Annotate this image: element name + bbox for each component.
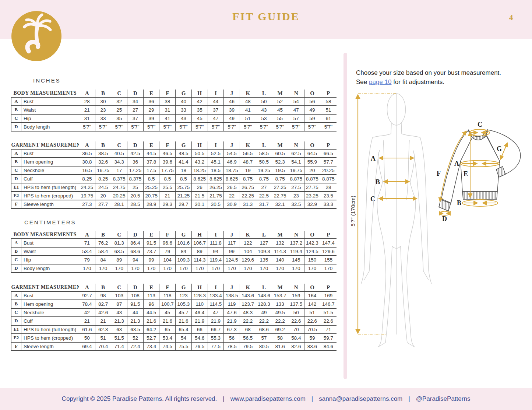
measurement-value: 16.75 <box>95 166 111 175</box>
measurement-value: 50.5 <box>256 158 272 166</box>
size-column-header: O <box>304 90 320 97</box>
measurement-value: 110 <box>191 300 208 308</box>
measurement-value: 42.6 <box>95 308 111 317</box>
measurement-value: 43.2 <box>191 158 208 166</box>
measurement-value: 22.2 <box>256 317 272 325</box>
size-column-header: L <box>256 284 272 291</box>
row-label: HPS to hem (cropped) <box>21 334 79 342</box>
measurement-value: 28.9 <box>143 200 159 208</box>
cm-body-measurements-table: BODY MEASUREMENTSABCDEFGHIJKLMNOPABust71… <box>11 231 337 273</box>
measurement-value: 26.25 <box>208 183 224 192</box>
measurement-value: 29.3 <box>159 200 176 208</box>
row-label: Hem opening <box>21 300 79 308</box>
measurement-value: 51 <box>320 106 337 114</box>
measurement-value: 63.5 <box>127 325 144 334</box>
measurement-value: 66.7 <box>208 325 224 334</box>
table-row: ABust36.538.540.542.544.546.548.550.552.… <box>11 149 337 158</box>
row-code: B <box>11 158 21 166</box>
size-column-header: N <box>288 284 304 291</box>
measurement-value: 170 <box>95 264 111 273</box>
measurement-value: 82.7 <box>95 300 111 308</box>
table-title: GARMENT MEASUREMENTS <box>11 141 79 149</box>
intro-line1: Choose your size based on your bust meas… <box>356 69 501 76</box>
measurement-value: 52.7 <box>143 334 159 342</box>
measurement-value: 19.75 <box>79 192 95 200</box>
measurement-value: 8.625 <box>224 175 240 183</box>
measurement-value: 22.2 <box>272 317 288 325</box>
measurement-value: 20 <box>95 192 111 200</box>
measurement-value: 25.75 <box>176 183 192 192</box>
measurement-value: 25 <box>111 106 127 114</box>
row-code: A <box>11 97 21 106</box>
measurement-value: 17.75 <box>159 166 176 175</box>
measurement-value: 22.25 <box>240 192 256 200</box>
measurement-value: 27 <box>256 183 272 192</box>
measurement-value: 21.9 <box>208 317 224 325</box>
measurement-value: 62.3 <box>95 325 111 334</box>
size-column-header: H <box>191 141 208 149</box>
measurement-value: 74.5 <box>159 342 176 351</box>
measurement-value: 16.5 <box>79 166 95 175</box>
measurement-value: 83.6 <box>304 342 320 351</box>
measurement-value: 72.4 <box>127 342 144 351</box>
measurement-value: 21 <box>95 317 111 325</box>
measurement-value: 78.5 <box>224 342 240 351</box>
measurement-value: 71 <box>79 239 95 247</box>
measurement-value: 54 <box>176 334 192 342</box>
measurement-value: 22.6 <box>304 317 320 325</box>
size-column-header: D <box>127 141 144 149</box>
measurement-value: 5'7" <box>240 123 256 131</box>
measurement-value: 128.3 <box>191 291 208 300</box>
measurement-value: 33 <box>95 114 111 123</box>
size-column-header: A <box>79 231 95 239</box>
measurement-value: 48.7 <box>240 158 256 166</box>
measurement-value: 18.25 <box>191 166 208 175</box>
row-label: Cuff <box>21 317 79 325</box>
measurement-value: 36 <box>127 158 144 166</box>
measurement-value: 8.875 <box>320 175 337 183</box>
size-column-header: P <box>320 284 337 291</box>
footer-item[interactable]: sanna@paradisepatterns.com <box>319 395 402 403</box>
measurement-value: 21.75 <box>208 192 224 200</box>
garment-hem-label: B <box>457 199 461 207</box>
measurement-value: 28.5 <box>127 200 144 208</box>
measurement-value: 25.5 <box>159 183 176 192</box>
table-row: E2HPS to hem (cropped)19.752020.2520.520… <box>11 192 337 200</box>
measurement-value: 42.5 <box>127 149 144 158</box>
measurement-value: 5'7" <box>256 123 272 131</box>
measurement-value: 76.2 <box>95 239 111 247</box>
measurement-value: 26.75 <box>240 183 256 192</box>
row-label: Bust <box>21 239 79 247</box>
measurement-value: 170 <box>208 264 224 273</box>
size-column-header: L <box>256 90 272 97</box>
row-label: HPS to hem (cropped) <box>21 192 79 200</box>
measurement-value: 21.9 <box>191 317 208 325</box>
measurement-value: 129.6 <box>320 247 337 256</box>
measurement-value: 5'7" <box>111 123 127 131</box>
measurement-value: 59 <box>304 334 320 342</box>
page-10-link[interactable]: page 10 <box>369 78 391 85</box>
measurement-value: 8.25 <box>79 175 95 183</box>
measurement-value: 47 <box>288 106 304 114</box>
measurement-value: 55 <box>272 114 288 123</box>
measurement-value: 20.5 <box>127 192 144 200</box>
inches-garment-measurements-table: GARMENT MEASUREMENTSABCDEFGHIJKLMNOPABus… <box>11 141 337 209</box>
footer-item[interactable]: @ParadisePatterns <box>416 395 471 403</box>
measurement-value: 47.6 <box>224 308 240 317</box>
measurement-value: 70.4 <box>95 342 111 351</box>
measurement-value: 35 <box>111 114 127 123</box>
footer-item[interactable]: www.paradisepatterns.com <box>230 395 306 403</box>
measurement-value: 57 <box>288 114 304 123</box>
measurement-value: 49 <box>224 114 240 123</box>
measurement-value: 170 <box>256 264 272 273</box>
measurement-value: 50 <box>256 97 272 106</box>
row-code: C <box>11 114 21 123</box>
measurement-table: GARMENT MEASUREMENTSABCDEFGHIJKLMNOPABus… <box>11 141 337 209</box>
paradise-patterns-logo <box>10 10 63 62</box>
measurement-table: BODY MEASUREMENTSABCDEFGHIJKLMNOPABust28… <box>11 90 337 132</box>
measurement-value: 114.3 <box>191 256 208 264</box>
table-row: FSleeve length27.327.728.128.528.929.329… <box>11 200 337 208</box>
size-column-header: P <box>320 141 337 149</box>
measurement-value: 34 <box>127 97 144 106</box>
height-label: 5'7" (170cm) <box>350 196 356 227</box>
